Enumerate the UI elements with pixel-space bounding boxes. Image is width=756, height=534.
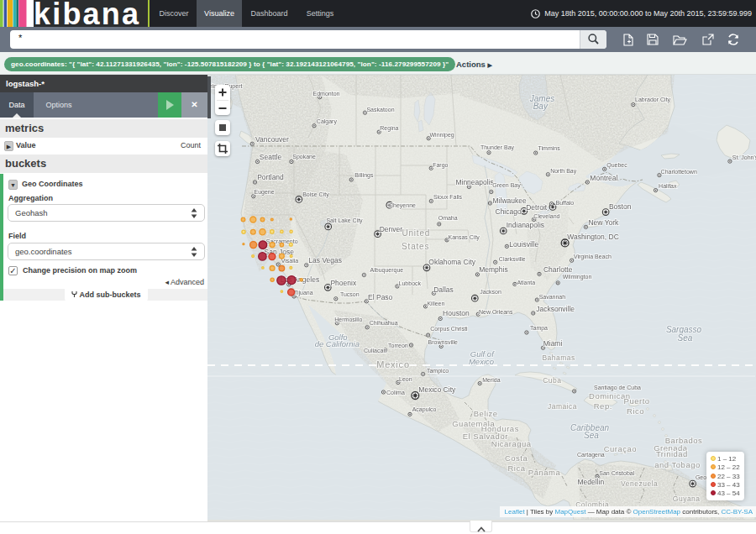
svg-text:States: States <box>402 242 429 251</box>
svg-text:Colima: Colima <box>386 390 405 395</box>
svg-text:Jackson: Jackson <box>480 289 501 295</box>
svg-text:Charlotte: Charlotte <box>543 265 573 274</box>
svg-text:Washington, DC: Washington, DC <box>567 233 619 241</box>
svg-text:Belize: Belize <box>474 409 498 418</box>
svg-text:Mexico: Mexico <box>469 357 494 366</box>
svg-text:Eugene: Eugene <box>255 189 275 196</box>
svg-text:Clarksville: Clarksville <box>499 256 526 262</box>
svg-text:Tucson: Tucson <box>340 291 360 297</box>
svg-text:Puerto: Puerto <box>624 396 650 406</box>
svg-text:Torreon: Torreon <box>388 343 408 348</box>
svg-text:Santiago de Cuba: Santiago de Cuba <box>594 385 641 391</box>
svg-text:Detroit: Detroit <box>526 203 548 212</box>
svg-text:Cartagena: Cartagena <box>577 452 605 458</box>
svg-text:Corpus Christi: Corpus Christi <box>430 326 468 332</box>
svg-text:Halifax: Halifax <box>659 183 677 189</box>
svg-text:New York: New York <box>588 218 619 227</box>
svg-text:Killeen: Killeen <box>427 301 444 306</box>
svg-text:Quebec: Quebec <box>606 162 627 169</box>
svg-text:Saskatoon: Saskatoon <box>366 107 394 113</box>
svg-text:Jamaica: Jamaica <box>548 402 577 411</box>
svg-text:Louisville: Louisville <box>509 240 538 249</box>
svg-text:Panama: Panama <box>528 468 561 477</box>
svg-text:Kansas City: Kansas City <box>449 234 480 241</box>
svg-text:Milwaukee: Milwaukee <box>493 196 527 205</box>
svg-text:de California: de California <box>315 339 360 348</box>
svg-text:Houston: Houston <box>443 309 470 317</box>
svg-text:Oklahoma City: Oklahoma City <box>428 258 475 266</box>
svg-text:Montreal: Montreal <box>590 174 617 182</box>
svg-text:Hermosillo: Hermosillo <box>334 317 362 322</box>
svg-text:Phoenix: Phoenix <box>330 279 356 287</box>
svg-text:Trinidad: Trinidad <box>656 449 688 458</box>
svg-text:Sea: Sea <box>584 431 599 440</box>
svg-text:Memphis: Memphis <box>479 265 507 274</box>
svg-text:and Tobago: and Tobago <box>654 460 701 469</box>
svg-text:United: United <box>402 228 430 238</box>
svg-text:Regina: Regina <box>380 125 398 132</box>
svg-text:Atlanta: Atlanta <box>517 280 535 285</box>
svg-text:Portland: Portland <box>257 173 284 181</box>
svg-text:Sea: Sea <box>678 333 693 343</box>
svg-text:Denver: Denver <box>380 225 403 233</box>
svg-text:Dallas: Dallas <box>433 285 454 294</box>
svg-text:Nicaragua: Nicaragua <box>491 439 532 448</box>
svg-text:Merida: Merida <box>482 377 501 383</box>
svg-text:Seattle: Seattle <box>260 153 282 161</box>
svg-text:Calgary: Calgary <box>317 118 338 125</box>
svg-text:Miami: Miami <box>543 339 563 348</box>
svg-text:Mexico: Mexico <box>376 359 410 369</box>
svg-text:St. John's: St. John's <box>732 154 756 160</box>
svg-text:Charlottetown: Charlottetown <box>661 169 697 175</box>
svg-text:Omaha: Omaha <box>438 215 458 221</box>
svg-text:Spokane: Spokane <box>292 154 316 160</box>
svg-text:Brownsville: Brownsville <box>428 339 459 345</box>
svg-text:North Bay: North Bay <box>550 168 577 175</box>
svg-text:Wilmington: Wilmington <box>563 274 592 280</box>
svg-text:Costa: Costa <box>505 453 528 463</box>
svg-text:Cuba: Cuba <box>543 376 561 385</box>
svg-text:Lubbock: Lubbock <box>399 280 422 286</box>
svg-text:Culiacan: Culiacan <box>364 348 386 353</box>
svg-text:Thunder Bay: Thunder Bay <box>480 144 515 151</box>
svg-text:Mexico City: Mexico City <box>418 385 456 394</box>
svg-text:Sioux Falls: Sioux Falls <box>433 194 463 200</box>
svg-text:Winnipeg: Winnipeg <box>430 132 454 139</box>
svg-text:Guyana: Guyana <box>673 495 701 503</box>
svg-text:Cleveland: Cleveland <box>533 213 559 219</box>
svg-text:Minneapolis: Minneapolis <box>455 178 493 186</box>
svg-text:Indianapolis: Indianapolis <box>507 221 544 229</box>
svg-text:Tijuana: Tijuana <box>294 290 313 296</box>
svg-text:Chihuahua: Chihuahua <box>370 320 398 326</box>
svg-text:Bahamas: Bahamas <box>542 353 575 362</box>
svg-text:San Cristobal: San Cristobal <box>599 470 634 476</box>
svg-text:Virginia Beach: Virginia Beach <box>574 254 612 260</box>
svg-text:Vancouver: Vancouver <box>255 135 289 144</box>
svg-text:Green Bay: Green Bay <box>492 182 521 189</box>
svg-text:Cheyenne: Cheyenne <box>389 202 416 209</box>
svg-text:New Orleans: New Orleans <box>479 309 513 315</box>
svg-text:Buffalo: Buffalo <box>556 200 575 206</box>
svg-text:Labrador City: Labrador City <box>635 97 671 103</box>
svg-text:Medellin: Medellin <box>577 478 604 486</box>
svg-text:Acapulco: Acapulco <box>412 406 437 413</box>
svg-text:Albuquerque: Albuquerque <box>370 267 404 274</box>
svg-text:Jacksonville: Jacksonville <box>536 305 575 313</box>
svg-text:Tampico: Tampico <box>427 368 449 374</box>
svg-text:Curaçao: Curaçao <box>604 444 637 453</box>
svg-text:Salt Lake City: Salt Lake City <box>326 217 363 224</box>
svg-text:Fargo: Fargo <box>433 162 448 169</box>
svg-text:Bay: Bay <box>533 102 549 111</box>
svg-text:Rep.: Rep. <box>594 401 612 411</box>
svg-text:Chicago: Chicago <box>496 207 522 216</box>
svg-text:Savannah: Savannah <box>539 294 566 300</box>
svg-text:Las Vegas: Las Vegas <box>308 256 342 264</box>
svg-text:Leon: Leon <box>399 376 412 382</box>
svg-text:Boise City: Boise City <box>302 191 329 198</box>
svg-text:Billings: Billings <box>354 172 374 179</box>
svg-text:Rico: Rico <box>627 406 644 416</box>
svg-text:Rica: Rica <box>507 463 525 473</box>
svg-text:Venezuela: Venezuela <box>621 479 658 488</box>
svg-text:Boston: Boston <box>609 202 632 211</box>
svg-text:El Paso: El Paso <box>368 293 393 301</box>
